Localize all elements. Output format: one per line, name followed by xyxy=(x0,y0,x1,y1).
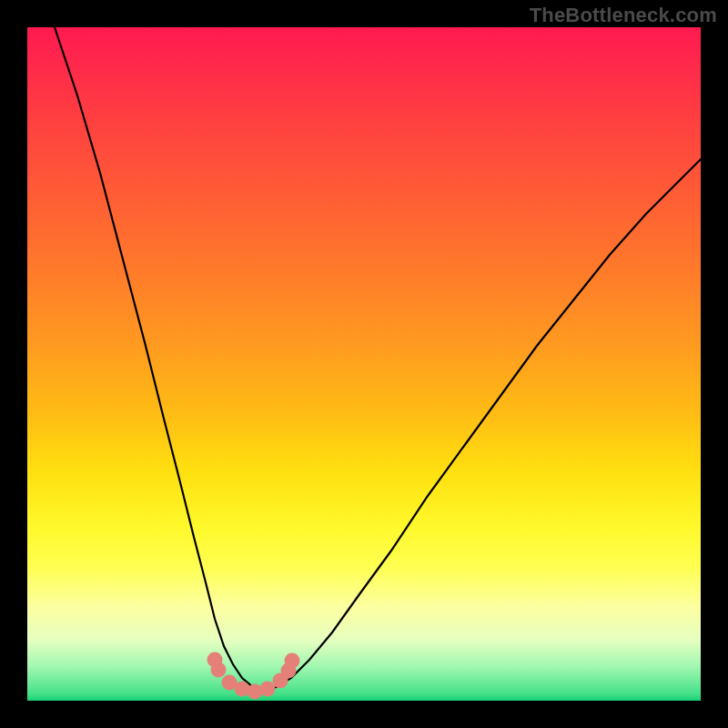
chart-frame: TheBottleneck.com xyxy=(0,0,728,728)
marker-dot xyxy=(260,682,276,697)
marker-dot xyxy=(285,653,300,669)
curve-layer xyxy=(27,27,701,701)
watermark-text: TheBottleneck.com xyxy=(530,4,717,27)
bottom-markers xyxy=(207,652,300,700)
marker-dot xyxy=(211,662,227,678)
marker-dot xyxy=(235,682,250,697)
marker-dot xyxy=(248,684,263,700)
bottleneck-curve xyxy=(55,27,701,690)
plot-area xyxy=(27,27,701,701)
